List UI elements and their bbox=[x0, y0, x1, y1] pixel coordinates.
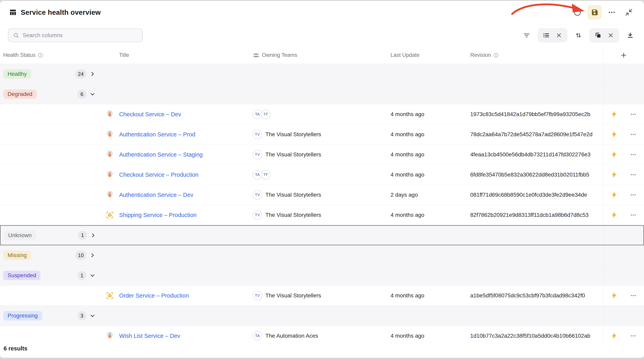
ellipsis-icon bbox=[630, 111, 636, 118]
run-action-button[interactable] bbox=[609, 190, 619, 200]
team-label: The Visual Storytellers bbox=[266, 292, 321, 299]
stacked-copies-icon bbox=[594, 32, 602, 39]
row-actions-cell bbox=[603, 326, 644, 342]
run-action-button[interactable] bbox=[609, 150, 619, 159]
team-avatar: TV bbox=[253, 210, 262, 220]
search-box[interactable] bbox=[8, 29, 143, 42]
lightning-icon bbox=[611, 151, 618, 158]
row-teams-cell: TV The Visual Storytellers bbox=[248, 130, 390, 139]
lightning-icon bbox=[611, 292, 618, 299]
undo-button[interactable] bbox=[570, 5, 584, 20]
chevron-down-icon[interactable] bbox=[90, 313, 95, 318]
team-avatar: TF bbox=[261, 170, 270, 180]
row-menu-button[interactable] bbox=[628, 190, 638, 200]
row-last-update-cell: 4 months ago bbox=[390, 172, 470, 178]
run-action-button[interactable] bbox=[609, 331, 619, 341]
row-teams-cell: TV The Visual Storytellers bbox=[248, 291, 390, 300]
clear-group-by-button[interactable] bbox=[605, 30, 616, 41]
octopus-icon bbox=[106, 171, 114, 179]
table-toolbar bbox=[0, 24, 644, 47]
entity-link[interactable]: Checkout Service – Production bbox=[119, 172, 198, 178]
row-actions-cell bbox=[603, 104, 644, 124]
row-last-update-cell: 4 months ago bbox=[390, 151, 470, 158]
chevron-down-icon[interactable] bbox=[90, 91, 95, 97]
filter-button[interactable] bbox=[521, 30, 532, 41]
save-button[interactable] bbox=[588, 5, 602, 20]
chevron-right-icon[interactable] bbox=[90, 233, 96, 238]
entity-link[interactable]: Wish List Service – Dev bbox=[119, 333, 180, 339]
group-row-degraded[interactable]: Degraded 6 bbox=[0, 84, 644, 104]
run-action-button[interactable] bbox=[609, 170, 619, 180]
chevron-down-icon[interactable] bbox=[90, 273, 95, 278]
entity-link[interactable]: Shipping Service – Production bbox=[119, 212, 197, 218]
row-menu-button[interactable] bbox=[628, 331, 638, 341]
row-menu-button[interactable] bbox=[628, 150, 638, 159]
sort-button[interactable] bbox=[573, 30, 584, 41]
row-actions-cell bbox=[603, 286, 644, 305]
more-options-button[interactable] bbox=[604, 5, 619, 20]
group-row-missing[interactable]: Missing 10 bbox=[0, 245, 644, 265]
team-label: The Visual Storytellers bbox=[266, 212, 321, 218]
group-row-progressing[interactable]: Progressing 3 bbox=[0, 306, 644, 326]
entity-link[interactable]: Authentication Service – Staging bbox=[119, 151, 203, 158]
header-actions bbox=[570, 5, 636, 20]
ellipsis-icon bbox=[630, 212, 636, 218]
run-action-button[interactable] bbox=[609, 210, 619, 220]
group-spacer-actions bbox=[603, 306, 644, 326]
revision-value: a1be5df5f08075dc9c53cbf97b3fcdad98c342f0 bbox=[470, 292, 585, 299]
column-header-revision[interactable]: Revision bbox=[470, 52, 603, 58]
ellipsis-icon bbox=[630, 131, 636, 138]
run-action-button[interactable] bbox=[609, 130, 619, 139]
revision-value: 4feaa13cb4500e56db4db73211d147fd302276e3 bbox=[470, 151, 590, 158]
info-icon[interactable] bbox=[38, 53, 43, 58]
entity-link[interactable]: Order Service – Production bbox=[119, 292, 189, 299]
table-row: Authentication Service – Prod TV The Vis… bbox=[0, 124, 644, 145]
column-header-owning-teams[interactable]: Owning Teams bbox=[248, 52, 390, 58]
row-menu-button[interactable] bbox=[628, 210, 638, 220]
row-teams-cell: TATF bbox=[248, 170, 390, 180]
clear-grouping-button[interactable] bbox=[553, 30, 565, 41]
table-row: Checkout Service – Production TATF 4 mon… bbox=[0, 165, 644, 185]
chevron-right-icon[interactable] bbox=[90, 71, 95, 77]
add-column-button[interactable] bbox=[619, 51, 628, 60]
team-avatars: TV bbox=[253, 190, 262, 200]
row-menu-button[interactable] bbox=[628, 110, 638, 119]
row-title-cell: Shipping Service – Production bbox=[100, 211, 248, 219]
search-icon bbox=[13, 32, 19, 39]
undo-icon bbox=[574, 8, 582, 16]
download-button[interactable] bbox=[624, 30, 636, 41]
column-header-last-update[interactable]: Last Update bbox=[390, 52, 470, 58]
row-title-cell: Order Service – Production bbox=[100, 291, 248, 300]
run-action-button[interactable] bbox=[609, 110, 619, 119]
team-label: The Visual Storytellers bbox=[266, 151, 321, 158]
row-title-cell: Checkout Service – Production bbox=[100, 171, 248, 179]
chevron-right-icon[interactable] bbox=[90, 252, 95, 258]
search-input[interactable] bbox=[23, 32, 138, 39]
filter-icon bbox=[523, 32, 530, 39]
group-row-unknown[interactable]: Unknown 1 bbox=[0, 225, 644, 245]
revision-value: 081ff71d69c68b8590c1e0fcd3de3fe2d9ee34de bbox=[470, 192, 587, 198]
last-update-value: 4 months ago bbox=[390, 292, 424, 299]
run-action-button[interactable] bbox=[609, 291, 619, 300]
group-row-healthy[interactable]: Healthy 24 bbox=[0, 64, 644, 84]
group-spacer-actions bbox=[604, 226, 644, 245]
ellipsis-icon bbox=[630, 192, 636, 198]
info-icon[interactable] bbox=[493, 53, 498, 58]
entity-link[interactable]: Checkout Service – Dev bbox=[119, 111, 181, 118]
table-body: Healthy 24 Degraded 6 bbox=[0, 64, 644, 342]
row-menu-button[interactable] bbox=[628, 291, 638, 300]
team-avatar: TV bbox=[253, 190, 262, 200]
team-label: The Visual Storytellers bbox=[266, 192, 321, 198]
row-menu-button[interactable] bbox=[628, 130, 638, 139]
column-header-health-status[interactable]: Health Status bbox=[0, 52, 100, 58]
team-avatars: TV bbox=[253, 291, 262, 300]
collapse-button[interactable] bbox=[622, 5, 636, 20]
entity-link[interactable]: Authentication Service – Prod bbox=[119, 131, 195, 138]
group-row-suspended[interactable]: Suspended 1 bbox=[0, 265, 644, 286]
group-list-button[interactable] bbox=[540, 30, 552, 41]
column-header-title[interactable]: Title bbox=[100, 52, 248, 58]
entity-link[interactable]: Authentication Service – Dev bbox=[119, 192, 193, 198]
last-update-value: 4 months ago bbox=[390, 212, 424, 218]
group-by-button[interactable] bbox=[592, 30, 604, 41]
row-menu-button[interactable] bbox=[628, 170, 638, 180]
